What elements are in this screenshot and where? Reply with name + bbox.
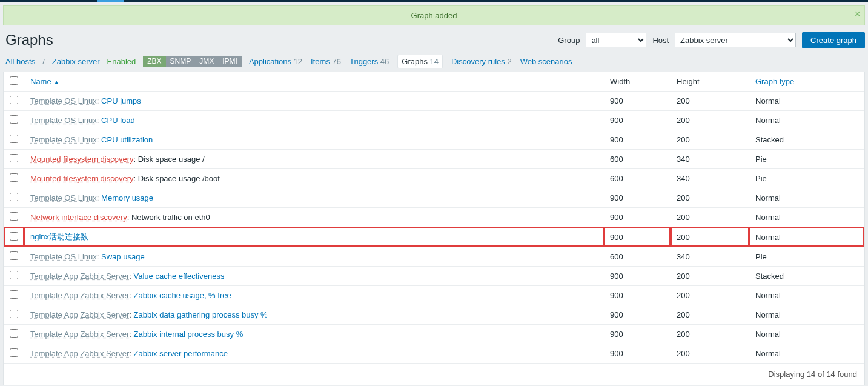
table-row: Template OS Linux: Swap usage600340Pie bbox=[4, 247, 864, 267]
row-template-link[interactable]: Template App Zabbix Server bbox=[30, 310, 129, 319]
row-checkbox[interactable] bbox=[10, 251, 18, 260]
row-template-link[interactable]: Mounted filesystem discovery bbox=[30, 155, 134, 164]
col-type[interactable]: Graph type bbox=[755, 77, 794, 86]
displaying-count: Displaying 14 of 14 found bbox=[4, 364, 864, 385]
col-name[interactable]: Name ▲ bbox=[30, 77, 59, 86]
row-template-link[interactable]: Template OS Linux bbox=[30, 135, 97, 144]
row-checkbox[interactable] bbox=[10, 193, 18, 201]
row-t: Normal bbox=[749, 188, 864, 208]
nav-graphs[interactable]: Graphs 14 bbox=[397, 55, 443, 68]
row-graph-link[interactable]: Value cache effectiveness bbox=[134, 271, 225, 281]
nav-label[interactable]: Applications bbox=[249, 57, 291, 66]
row-template-link[interactable]: Template App Zabbix Server bbox=[30, 271, 129, 281]
row-template-link[interactable]: Template App Zabbix Server bbox=[30, 291, 129, 300]
row-t: Normal bbox=[749, 111, 864, 130]
close-icon[interactable]: × bbox=[854, 8, 861, 19]
nav-items[interactable]: Items 76 bbox=[311, 57, 341, 66]
page-title: Graphs bbox=[5, 32, 53, 48]
success-message: Graph added × bbox=[3, 5, 865, 25]
row-t: Stacked bbox=[749, 130, 864, 150]
tag-zbx: ZBX bbox=[143, 56, 165, 67]
group-label: Group bbox=[558, 36, 580, 45]
row-graph-link[interactable]: nginx活动连接数 bbox=[30, 232, 88, 241]
row-checkbox[interactable] bbox=[10, 232, 18, 241]
row-checkbox[interactable] bbox=[10, 212, 18, 221]
graphs-table: Name ▲ Width Height Graph type Template … bbox=[3, 72, 865, 385]
top-nav-bar bbox=[0, 0, 868, 2]
row-t: Normal bbox=[749, 325, 864, 344]
table-row: Template OS Linux: Memory usage900200Nor… bbox=[4, 188, 864, 208]
table-row: Template OS Linux: CPU jumps900200Normal bbox=[4, 92, 864, 111]
table-row: Template App Zabbix Server: Zabbix cache… bbox=[4, 286, 864, 305]
row-t: Normal bbox=[749, 208, 864, 227]
row-checkbox[interactable] bbox=[10, 173, 18, 182]
row-graph-link[interactable]: CPU load bbox=[101, 116, 135, 125]
breadcrumb-all-hosts[interactable]: All hosts bbox=[5, 57, 35, 66]
row-graph-link: Disk space usage /boot bbox=[138, 174, 220, 183]
row-checkbox[interactable] bbox=[10, 271, 18, 279]
enabled-label: Enabled bbox=[107, 57, 136, 66]
message-text: Graph added bbox=[411, 11, 457, 20]
table-row: Template OS Linux: CPU utilization900200… bbox=[4, 130, 864, 150]
row-graph-link[interactable]: Memory usage bbox=[101, 193, 153, 202]
protocol-tags: ZBX SNMP JMX IPMI bbox=[143, 56, 242, 67]
row-graph-link[interactable]: Zabbix internal process busy % bbox=[134, 330, 244, 339]
filter-bar: Group all Host Zabbix server Create grap… bbox=[558, 32, 865, 48]
row-checkbox[interactable] bbox=[10, 310, 18, 318]
nav-label[interactable]: Web scenarios bbox=[520, 57, 572, 66]
nav-discovery-rules[interactable]: Discovery rules 2 bbox=[451, 57, 512, 66]
row-h: 200 bbox=[671, 92, 749, 111]
row-t: Normal bbox=[749, 344, 864, 364]
nav-label[interactable]: Discovery rules bbox=[451, 57, 505, 66]
row-template-link[interactable]: Template App Zabbix Server bbox=[30, 349, 129, 358]
table-row: Template App Zabbix Server: Zabbix serve… bbox=[4, 344, 864, 364]
nav-count: 46 bbox=[378, 57, 389, 66]
row-h: 200 bbox=[671, 227, 749, 247]
row-h: 200 bbox=[671, 267, 749, 286]
nav-label: Graphs bbox=[402, 57, 428, 66]
nav-triggers[interactable]: Triggers 46 bbox=[350, 57, 389, 66]
row-template-link[interactable]: Template App Zabbix Server bbox=[30, 330, 129, 339]
row-w: 900 bbox=[604, 325, 671, 344]
row-checkbox[interactable] bbox=[10, 115, 18, 124]
row-graph-link[interactable]: Swap usage bbox=[101, 252, 145, 261]
row-graph-link[interactable]: CPU utilization bbox=[101, 135, 153, 144]
row-checkbox[interactable] bbox=[10, 290, 18, 299]
row-t: Pie bbox=[749, 247, 864, 267]
row-template-link[interactable]: Template OS Linux bbox=[30, 116, 97, 125]
row-template-link[interactable]: Template OS Linux bbox=[30, 252, 97, 261]
row-template-link[interactable]: Mounted filesystem discovery bbox=[30, 174, 134, 183]
nav-applications[interactable]: Applications 12 bbox=[249, 57, 302, 66]
create-graph-button[interactable]: Create graph bbox=[802, 32, 865, 48]
row-graph-link[interactable]: Zabbix data gathering process busy % bbox=[134, 310, 268, 319]
table-row: Template App Zabbix Server: Zabbix inter… bbox=[4, 325, 864, 344]
row-graph-link: Network traffic on eth0 bbox=[131, 213, 210, 222]
row-graph-link[interactable]: Zabbix cache usage, % free bbox=[134, 291, 231, 300]
row-h: 340 bbox=[671, 247, 749, 267]
tag-ipmi: IPMI bbox=[218, 56, 242, 67]
tag-snmp: SNMP bbox=[166, 56, 196, 67]
nav-count: 12 bbox=[291, 57, 302, 66]
row-w: 900 bbox=[604, 305, 671, 325]
group-select[interactable]: all bbox=[586, 33, 646, 47]
host-select[interactable]: Zabbix server bbox=[675, 33, 796, 47]
row-w: 600 bbox=[604, 169, 671, 188]
row-checkbox[interactable] bbox=[10, 154, 18, 162]
nav-web-scenarios[interactable]: Web scenarios bbox=[520, 57, 572, 66]
row-checkbox[interactable] bbox=[10, 348, 18, 357]
table-row: Mounted filesystem discovery: Disk space… bbox=[4, 169, 864, 188]
row-checkbox[interactable] bbox=[10, 96, 18, 104]
row-template-link[interactable]: Template OS Linux bbox=[30, 96, 97, 105]
breadcrumb-host[interactable]: Zabbix server bbox=[52, 57, 100, 66]
row-h: 200 bbox=[671, 188, 749, 208]
nav-label[interactable]: Triggers bbox=[350, 57, 378, 66]
row-template-link[interactable]: Template OS Linux bbox=[30, 193, 97, 202]
row-graph-link[interactable]: Zabbix server performance bbox=[134, 349, 228, 358]
row-checkbox[interactable] bbox=[10, 329, 18, 338]
row-template-link[interactable]: Network interface discovery bbox=[30, 213, 127, 222]
row-checkbox[interactable] bbox=[10, 135, 18, 143]
host-label: Host bbox=[652, 36, 669, 45]
row-graph-link[interactable]: CPU jumps bbox=[101, 96, 141, 105]
select-all-checkbox[interactable] bbox=[10, 76, 18, 85]
nav-label[interactable]: Items bbox=[311, 57, 330, 66]
